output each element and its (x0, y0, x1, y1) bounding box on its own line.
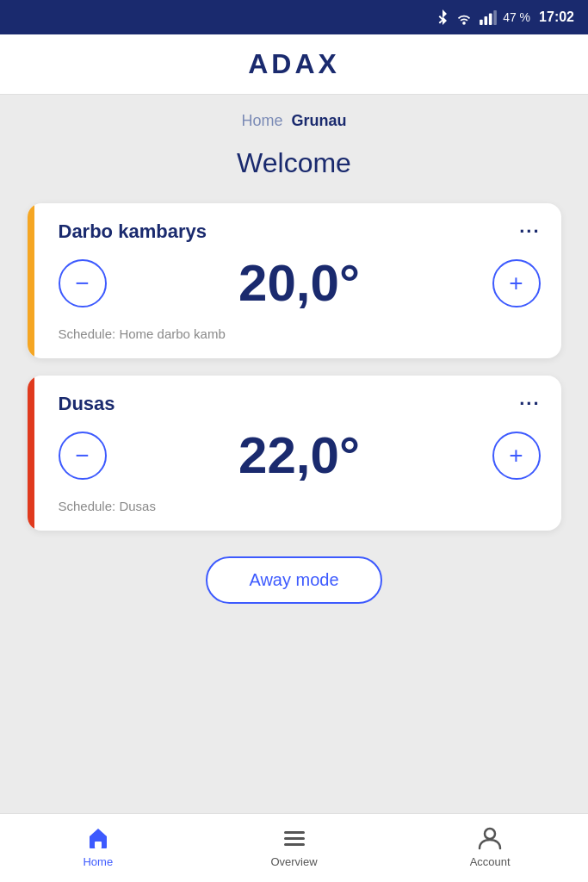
nav-label-overview: Overview (270, 855, 317, 868)
bottom-nav: Home Overview Account (0, 813, 588, 882)
svg-rect-4 (95, 842, 102, 848)
device-name-dusas: Dusas (59, 393, 115, 415)
status-icons: 47 % 17:02 (436, 9, 574, 26)
temperature-darbo: 20,0° (107, 253, 492, 313)
svg-rect-2 (489, 14, 492, 26)
svg-rect-0 (480, 20, 483, 25)
nav-item-account[interactable]: Account (392, 824, 588, 868)
breadcrumb-current: Grunau (292, 112, 347, 130)
nav-item-overview[interactable]: Overview (196, 824, 393, 868)
decrease-temp-darbo[interactable]: − (59, 259, 107, 307)
increase-temp-dusas[interactable]: + (492, 432, 541, 480)
home-icon (84, 824, 112, 852)
status-bar: 47 % 17:02 (0, 0, 588, 34)
status-time: 17:02 (539, 9, 574, 25)
schedule-darbo: Schedule: Home darbo kamb (59, 326, 541, 341)
decrease-temp-dusas[interactable]: − (59, 432, 107, 480)
svg-rect-5 (284, 831, 305, 834)
nav-item-home[interactable]: Home (0, 824, 196, 868)
account-icon (476, 824, 504, 852)
device-card-darbo-kambarys: Darbo kambarys ··· − 20,0° + Schedule: H… (28, 203, 561, 358)
nav-label-account: Account (470, 855, 511, 868)
away-mode-button[interactable]: Away mode (206, 556, 381, 604)
app-header: ADAX (0, 34, 588, 95)
device-menu-dusas[interactable]: ··· (519, 393, 540, 415)
wifi-icon (455, 9, 473, 25)
increase-temp-darbo[interactable]: + (492, 259, 541, 307)
svg-rect-1 (485, 16, 488, 25)
device-name-darbo: Darbo kambarys (59, 220, 207, 243)
card-accent-yellow (28, 203, 34, 358)
app-logo: ADAX (248, 48, 340, 80)
breadcrumb-home[interactable]: Home (241, 112, 282, 130)
temperature-dusas: 22,0° (107, 425, 492, 485)
svg-rect-6 (284, 837, 305, 840)
battery-indicator: 47 % (503, 10, 530, 24)
svg-point-8 (485, 829, 495, 839)
device-menu-darbo[interactable]: ··· (519, 220, 540, 243)
bluetooth-icon (436, 9, 449, 26)
card-accent-red (28, 376, 34, 531)
welcome-title: Welcome (237, 147, 351, 179)
svg-rect-3 (493, 10, 497, 25)
overview-icon (281, 824, 308, 852)
main-content: Home Grunau Welcome Darbo kambarys ··· −… (0, 95, 588, 813)
nav-label-home: Home (83, 855, 113, 868)
breadcrumb: Home Grunau (241, 112, 346, 130)
schedule-dusas: Schedule: Dusas (59, 499, 541, 513)
svg-rect-7 (284, 843, 305, 846)
signal-icon (479, 9, 498, 25)
device-card-dusas: Dusas ··· − 22,0° + Schedule: Dusas (28, 376, 561, 531)
